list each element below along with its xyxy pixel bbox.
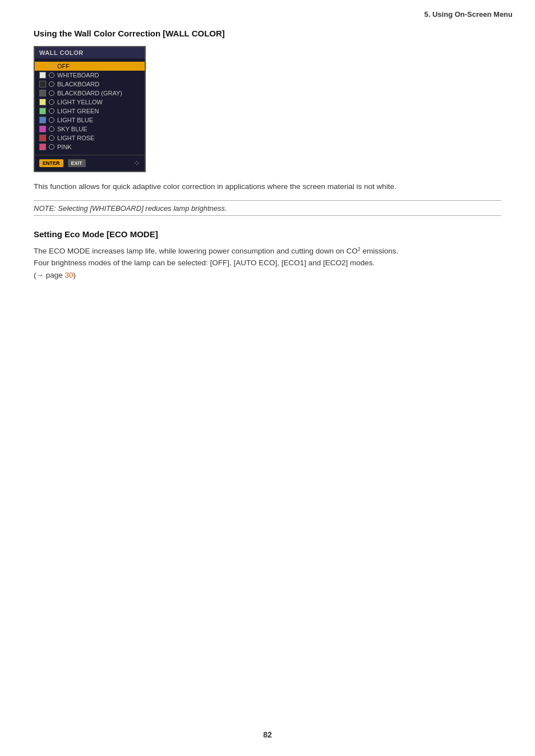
radio-sky-blue (49, 126, 54, 132)
menu-label-blackboard: BLACKBOARD (57, 81, 99, 87)
chapter-title: 5. Using On-Screen Menu (425, 10, 513, 19)
note-text: NOTE: Selecting [WHITEBOARD] reduces lam… (34, 204, 227, 213)
dialog-footer: ENTER EXIT ⁘ (35, 155, 145, 171)
menu-item-off[interactable]: OFF (35, 62, 145, 71)
menu-label-light-green: LIGHT GREEN (57, 108, 99, 114)
eco-text-line1: The ECO MODE increases lamp life, while … (34, 247, 398, 255)
section1-description: This function allows for quick adaptive … (34, 181, 501, 192)
section2-title: Setting Eco Mode [ECO MODE] (34, 229, 501, 239)
menu-label-sky-blue: SKY BLUE (57, 126, 87, 132)
menu-label-blackboard-gray: BLACKBOARD (GRAY) (57, 90, 122, 96)
menu-label-pink: PINK (57, 144, 72, 150)
eco-text-line2: Four brightness modes of the lamp can be… (34, 259, 375, 267)
menu-item-blackboard-gray[interactable]: BLACKBOARD (GRAY) (35, 89, 145, 98)
menu-label-whiteboard: WHITEBOARD (57, 72, 99, 79)
menu-item-sky-blue[interactable]: SKY BLUE (35, 125, 145, 133)
exit-button[interactable]: EXIT (68, 159, 86, 167)
radio-pink (49, 144, 54, 150)
page-header: 5. Using On-Screen Menu (0, 0, 535, 23)
menu-item-light-blue[interactable]: LIGHT BLUE (35, 116, 145, 125)
menu-item-light-yellow[interactable]: LIGHT YELLOW (35, 98, 145, 107)
scroll-icon: ⁘ (133, 159, 140, 168)
note-bar: NOTE: Selecting [WHITEBOARD] reduces lam… (34, 200, 501, 216)
radio-light-green (49, 108, 54, 114)
menu-item-pink[interactable]: PINK (35, 142, 145, 151)
enter-button[interactable]: ENTER (39, 159, 63, 167)
eco-text-line3: (→ page 30) (34, 271, 76, 279)
radio-whiteboard (49, 72, 54, 78)
radio-off (49, 63, 54, 69)
menu-label-light-blue: LIGHT BLUE (57, 117, 93, 123)
menu-item-light-green[interactable]: LIGHT GREEN (35, 107, 145, 116)
wall-color-dialog: WALL COLOR OFF WHITEBOARD BLACKBOARD (34, 46, 146, 172)
radio-light-blue (49, 117, 54, 123)
page-number: 82 (263, 730, 272, 739)
section1-title: Using the Wall Color Correction [WALL CO… (34, 29, 501, 38)
co2-subscript: 2 (358, 246, 361, 251)
radio-light-rose (49, 135, 54, 141)
menu-item-whiteboard[interactable]: WHITEBOARD (35, 71, 145, 80)
radio-light-yellow (49, 99, 54, 105)
menu-label-off: OFF (57, 63, 70, 70)
section2-body: The ECO MODE increases lamp life, while … (34, 245, 501, 281)
dialog-header: WALL COLOR (35, 47, 145, 58)
menu-item-blackboard[interactable]: BLACKBOARD (35, 80, 145, 89)
menu-label-light-yellow: LIGHT YELLOW (57, 99, 103, 105)
dialog-body: OFF WHITEBOARD BLACKBOARD BLACKBOARD (GR… (35, 58, 145, 155)
radio-blackboard-gray (49, 90, 54, 96)
menu-item-light-rose[interactable]: LIGHT ROSE (35, 133, 145, 142)
menu-label-light-rose: LIGHT ROSE (57, 135, 94, 141)
page-link[interactable]: 30 (65, 271, 73, 279)
radio-blackboard (49, 81, 54, 87)
